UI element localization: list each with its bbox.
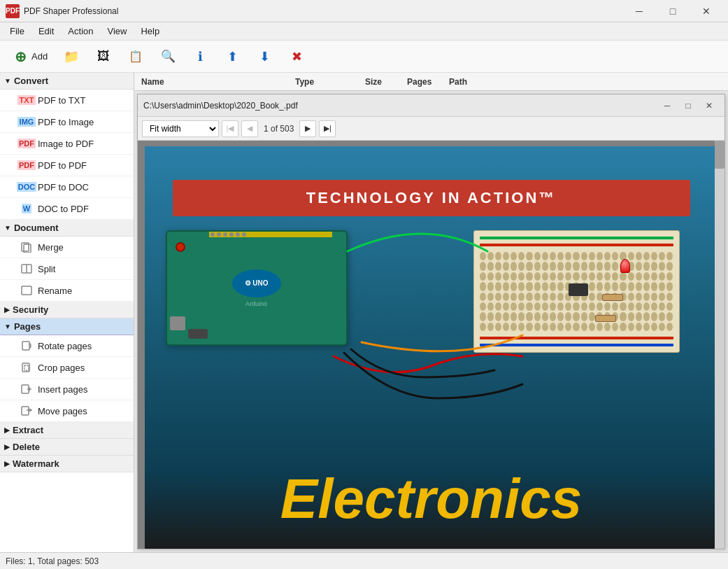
word-file-icon: W	[20, 202, 34, 216]
col-size: Size	[361, 77, 403, 87]
last-page-button[interactable]: ▶|	[319, 120, 336, 137]
svg-rect-7	[24, 365, 29, 370]
sidebar-item-doc-to-pdf[interactable]: W DOC to PDF	[0, 198, 134, 220]
arduino-brand-label: Arduino	[245, 300, 267, 307]
menu-edit[interactable]: Edit	[31, 24, 61, 38]
insert-pages-icon	[20, 382, 34, 396]
sidebar-item-pdf-to-txt[interactable]: TXT PDF to TXT	[0, 90, 134, 111]
sidebar: ▼ Convert TXT PDF to TXT IMG PDF to Imag…	[0, 73, 134, 552]
pdf-viewer-window: C:\Users\admin\Desktop\2020_Book_.pdf ─ …	[137, 94, 725, 549]
info-icon: ℹ	[192, 48, 208, 65]
up-button[interactable]: ⬆	[217, 45, 247, 69]
sidebar-section-pages[interactable]: ▼ Pages	[0, 318, 134, 335]
menu-help[interactable]: Help	[134, 24, 166, 38]
pdf-titlebar: C:\Users\admin\Desktop\2020_Book_.pdf ─ …	[138, 94, 725, 117]
sidebar-item-pdf-to-doc[interactable]: DOC PDF to DOC	[0, 176, 134, 198]
doc-file-icon: DOC	[20, 180, 34, 194]
close-button[interactable]: ✕	[690, 0, 722, 22]
pdf-scrollbar-thumb[interactable]	[715, 141, 725, 169]
txt-file-icon: TXT	[20, 93, 34, 107]
down-arrow-icon: ⬇	[256, 48, 273, 65]
sidebar-item-rotate-pages[interactable]: Rotate pages	[0, 335, 134, 357]
sidebar-section-extract[interactable]: ▶ Extract	[0, 422, 134, 439]
sidebar-item-merge[interactable]: Merge	[0, 237, 134, 258]
resistor-1	[602, 294, 623, 301]
sidebar-item-rename[interactable]: Rename	[0, 280, 134, 302]
split-icon	[20, 262, 34, 276]
rename-icon	[20, 283, 34, 297]
folder-icon: 📁	[63, 48, 80, 65]
title-bar-left: PDF PDF Shaper Professional	[6, 4, 118, 18]
pdf-window-controls: ─ □ ✕	[657, 97, 719, 114]
extract-arrow-icon: ▶	[4, 426, 10, 434]
info-button[interactable]: ℹ	[185, 45, 215, 69]
menu-view[interactable]: View	[101, 24, 134, 38]
pin-header-top	[209, 232, 332, 237]
power-connector	[188, 329, 208, 339]
minimize-button[interactable]: ─	[623, 0, 655, 22]
app-logo: PDF	[6, 4, 20, 18]
reset-button	[176, 242, 185, 252]
pdf-scrollbar-track[interactable]	[715, 141, 725, 549]
image-button[interactable]: 🖼	[89, 45, 118, 69]
first-page-button[interactable]: |◀	[222, 120, 238, 137]
svg-rect-5	[22, 342, 29, 350]
add-button[interactable]: ⊕ Add	[6, 45, 54, 69]
resistor-2	[595, 315, 616, 322]
arduino-board: ⚙ UNO Arduino	[166, 230, 348, 346]
led-component	[620, 259, 630, 273]
fit-mode-select[interactable]: Fit width	[142, 120, 219, 137]
sidebar-item-pdf-to-pdf[interactable]: PDF PDF to PDF	[0, 155, 134, 176]
pdf-page: TECHNOLOGY IN ACTION™	[145, 146, 718, 549]
search-button[interactable]: 🔍	[153, 45, 183, 69]
next-page-button[interactable]: ▶	[299, 120, 316, 137]
arduino-area: ⚙ UNO Arduino	[166, 230, 362, 363]
sidebar-section-delete[interactable]: ▶ Delete	[0, 439, 134, 456]
pdf-maximize-button[interactable]: □	[678, 97, 698, 114]
sidebar-item-crop-pages[interactable]: Crop pages	[0, 357, 134, 379]
merge-icon	[20, 240, 34, 254]
sidebar-item-split[interactable]: Split	[0, 258, 134, 280]
pdf-close-button[interactable]: ✕	[699, 97, 719, 114]
sidebar-section-security[interactable]: ▶ Security	[0, 302, 134, 318]
open-button[interactable]: 📁	[57, 45, 86, 69]
image-icon: 🖼	[95, 48, 112, 65]
sidebar-section-convert[interactable]: ▼ Convert	[0, 73, 134, 90]
copy-button[interactable]: 📋	[121, 45, 150, 69]
delete-button[interactable]: ✖	[282, 45, 311, 69]
sidebar-item-insert-pages[interactable]: Insert pages	[0, 379, 134, 400]
convert-arrow-icon: ▼	[4, 77, 11, 85]
img-file-icon: IMG	[20, 115, 34, 129]
sidebar-item-image-to-pdf[interactable]: PDF Image to PDF	[0, 133, 134, 155]
file-list-header: Name Type Size Pages Path	[134, 73, 728, 91]
pdf-to-pdf-icon: PDF	[20, 158, 34, 172]
maximize-button[interactable]: □	[657, 0, 689, 22]
prev-page-button[interactable]: ◀	[241, 120, 258, 137]
security-arrow-icon: ▶	[4, 306, 10, 314]
title-bar: PDF PDF Shaper Professional ─ □ ✕	[0, 0, 728, 22]
col-path: Path	[445, 77, 725, 87]
main-layout: ▼ Convert TXT PDF to TXT IMG PDF to Imag…	[0, 73, 728, 552]
menu-action[interactable]: Action	[61, 24, 100, 38]
sidebar-item-move-pages[interactable]: Move pages	[0, 400, 134, 422]
sidebar-section-document[interactable]: ▼ Document	[0, 220, 134, 237]
electronics-text: Electronics	[173, 467, 690, 531]
delete-icon: ✖	[288, 48, 305, 65]
title-bar-controls: ─ □ ✕	[623, 0, 722, 22]
col-pages: Pages	[403, 77, 445, 87]
menu-file[interactable]: File	[3, 24, 31, 38]
add-icon: ⊕	[12, 48, 29, 65]
down-button[interactable]: ⬇	[250, 45, 279, 69]
svg-rect-4	[22, 286, 31, 295]
usb-port	[170, 316, 185, 330]
sidebar-item-pdf-to-image[interactable]: IMG PDF to Image	[0, 111, 134, 133]
watermark-arrow-icon: ▶	[4, 460, 10, 468]
pdf-banner: TECHNOLOGY IN ACTION™	[173, 180, 690, 216]
pages-arrow-icon: ▼	[4, 323, 11, 330]
toolbar: ⊕ Add 📁 🖼 📋 🔍 ℹ ⬆ ⬇ ✖	[0, 41, 728, 73]
pdf-toolbar: Fit width |◀ ◀ 1 of 503 ▶ ▶|	[138, 117, 725, 141]
pdf-content[interactable]: TECHNOLOGY IN ACTION™	[138, 141, 725, 549]
sidebar-section-watermark[interactable]: ▶ Watermark	[0, 456, 134, 472]
pdf-minimize-button[interactable]: ─	[657, 97, 677, 114]
breadboard-area: // Holes will be injected dynamically be…	[473, 230, 690, 360]
